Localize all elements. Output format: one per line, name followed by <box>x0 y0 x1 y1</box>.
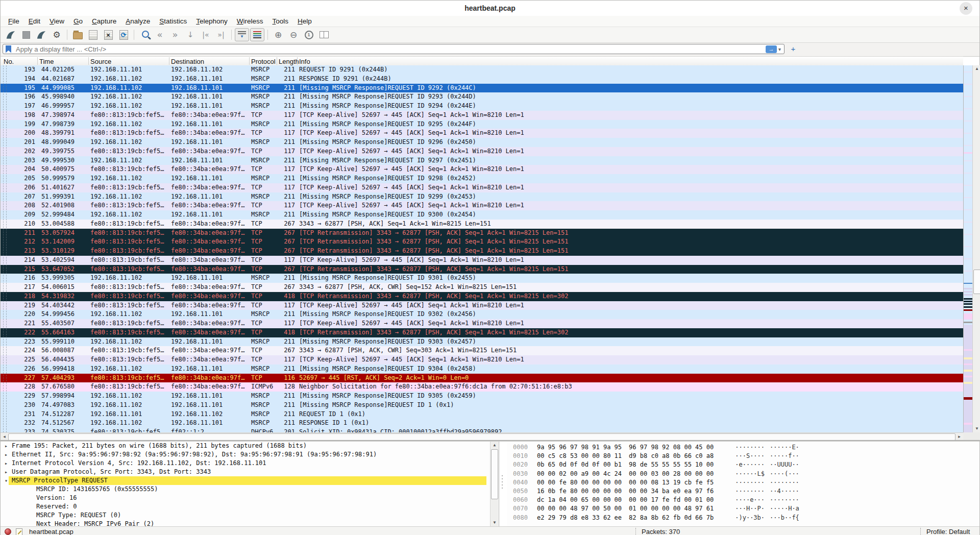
column-separator[interactable] <box>249 57 250 65</box>
column-header-length[interactable]: Length <box>279 58 299 65</box>
packet-row[interactable]: 21253.142009fe80::813:19cb:fef5…fe80::34… <box>1 237 963 247</box>
packet-row[interactable]: 21453.402594fe80::813:19cb:fef5…fe80::34… <box>1 256 963 265</box>
scroll-up-icon[interactable]: ▲ <box>973 65 980 72</box>
detail-line[interactable]: ▾MSRCP ProtocolType REQUEST <box>1 476 499 485</box>
display-filter-field[interactable]: → ▾ <box>3 44 785 54</box>
menu-tools[interactable]: Tools <box>268 16 293 26</box>
horizontal-scroll-thumb[interactable] <box>8 433 955 441</box>
restart-capture-button[interactable] <box>34 28 48 41</box>
column-separator[interactable] <box>169 57 169 65</box>
menu-capture[interactable]: Capture <box>87 16 121 26</box>
packet-row[interactable]: 22255.664163fe80::813:19cb:fef5…fe80::34… <box>1 328 963 337</box>
scroll-up-icon[interactable]: ▲ <box>491 442 499 449</box>
menu-analyze[interactable]: Analyze <box>121 16 155 26</box>
packet-row[interactable]: 23174.512287192.168.11.101192.168.11.102… <box>1 410 963 419</box>
detail-line[interactable]: Reserved: 0 <box>1 502 499 511</box>
scroll-down-icon[interactable]: ▼ <box>973 425 980 432</box>
details-scroll-thumb[interactable] <box>491 449 498 499</box>
hex-line[interactable]: 0080e2 29 79 d8 e8 33 62 ee82 8a 8b 62 f… <box>507 514 979 522</box>
packet-row[interactable]: 20952.999484192.168.11.102192.168.11.101… <box>1 210 963 220</box>
last-packet-button[interactable]: »| <box>214 28 228 41</box>
column-separator[interactable] <box>297 57 298 65</box>
filter-dropdown-caret-icon[interactable]: ▾ <box>778 46 781 52</box>
menu-go[interactable]: Go <box>69 16 87 26</box>
column-separator[interactable] <box>37 57 38 65</box>
collapsed-caret-icon[interactable]: ▸ <box>5 450 8 459</box>
packet-row[interactable]: 20751.999391192.168.11.102192.168.11.101… <box>1 192 963 202</box>
vertical-scroll-thumb[interactable] <box>973 270 980 294</box>
detail-line[interactable]: Next Header: MSRCP IPv6 Pair (2) <box>1 520 499 526</box>
apply-filter-button[interactable]: → <box>766 45 777 53</box>
collapsed-caret-icon[interactable]: ▸ <box>5 442 8 450</box>
capture-comment-icon[interactable] <box>16 528 22 535</box>
column-header-time[interactable]: Time <box>39 58 54 65</box>
packet-row[interactable]: 21553.647052fe80::813:19cb:fef5…fe80::34… <box>1 265 963 274</box>
expert-info-icon[interactable] <box>5 528 11 535</box>
detail-line[interactable]: ▸Internet Protocol Version 4, Src: 192.1… <box>1 459 499 468</box>
go-to-packet-button[interactable]: ↓ <box>183 28 198 41</box>
packet-row[interactable]: 20852.401908fe80::813:19cb:fef5…fe80::34… <box>1 201 963 210</box>
packet-row[interactable]: 19847.398974fe80::813:19cb:fef5…fe80::34… <box>1 111 963 120</box>
detail-line[interactable]: Version: 16 <box>1 494 499 502</box>
hex-line[interactable]: 007000 00 00 48 97 00 50 0001 00 00 00 0… <box>507 504 979 513</box>
detail-line[interactable]: MSRCP Type: REQUEST (0) <box>1 511 499 520</box>
packet-list-vertical-scrollbar[interactable]: ▲ ▼ <box>972 65 980 432</box>
menu-edit[interactable]: Edit <box>24 16 45 26</box>
display-filter-input[interactable] <box>15 45 766 54</box>
pane-splitter-handle[interactable] <box>501 475 503 496</box>
colorize-button[interactable] <box>250 28 264 41</box>
details-vertical-scrollbar[interactable]: ▲ ▼ <box>490 442 498 526</box>
column-separator[interactable] <box>277 57 277 65</box>
hex-line[interactable]: 0060dc 1a 04 00 65 00 00 0000 00 17 fe f… <box>507 496 979 504</box>
packet-row[interactable]: 19947.998739192.168.11.102192.168.11.101… <box>1 120 963 129</box>
menu-file[interactable]: File <box>4 16 24 26</box>
scroll-left-icon[interactable]: ◂ <box>1 433 8 440</box>
column-header-no[interactable]: No. <box>4 58 14 65</box>
reload-file-button[interactable]: ⟳ <box>116 28 131 41</box>
packet-row[interactable]: 21353.310129fe80::813:19cb:fef5…fe80::34… <box>1 247 963 256</box>
save-file-button[interactable] <box>86 28 100 41</box>
add-filter-button-plus[interactable]: + <box>789 44 798 54</box>
menu-view[interactable]: View <box>45 16 69 26</box>
column-header-destination[interactable]: Destination <box>171 58 204 65</box>
statusbar-profile[interactable]: Profile: Default <box>926 528 970 535</box>
column-header-protocol[interactable]: Protocol <box>251 58 276 65</box>
packet-row[interactable]: 21053.004588fe80::813:19cb:fef5…fe80::34… <box>1 220 963 229</box>
packet-row[interactable]: 20550.999579192.168.11.102192.168.11.101… <box>1 174 963 183</box>
column-header-info[interactable]: Info <box>299 58 310 65</box>
expanded-caret-icon[interactable]: ▾ <box>5 476 8 485</box>
menu-statistics[interactable]: Statistics <box>155 16 191 26</box>
go-forward-button[interactable]: » <box>168 28 182 41</box>
hex-line[interactable]: 004000 00 fe 80 00 00 00 0000 00 08 13 1… <box>507 478 979 487</box>
packet-row[interactable]: 22556.404435fe80::813:19cb:fef5…fe80::34… <box>1 355 963 364</box>
packet-row[interactable]: 22957.998994192.168.11.102192.168.11.101… <box>1 392 963 401</box>
packet-row[interactable]: 21153.057924fe80::813:19cb:fef5…fe80::34… <box>1 229 963 238</box>
intelligent-scrollbar-minimap[interactable] <box>963 65 973 432</box>
auto-scroll-button[interactable]: ▼ <box>235 28 249 41</box>
packet-row[interactable]: 22857.676580fe80::813:19cb:fef5…fe80::34… <box>1 382 963 392</box>
packet-row[interactable]: 20249.399755fe80::813:19cb:fef5…fe80::34… <box>1 147 963 156</box>
packet-row[interactable]: 21754.006015fe80::813:19cb:fef5…fe80::34… <box>1 283 963 292</box>
zoom-in-button[interactable]: ⊕ <box>271 28 285 41</box>
detail-line[interactable]: ▸Ethernet II, Src: 9a:95:96:97:98:92 (9a… <box>1 450 499 459</box>
collapsed-caret-icon[interactable]: ▸ <box>5 468 8 476</box>
packet-row[interactable]: 20450.400975fe80::813:19cb:fef5…fe80::34… <box>1 165 963 174</box>
packet-row[interactable]: 22355.999110192.168.11.102192.168.11.101… <box>1 337 963 347</box>
collapsed-caret-icon[interactable]: ▸ <box>5 459 8 468</box>
packet-row[interactable]: 19544.999085192.168.11.102192.168.11.101… <box>1 84 963 93</box>
menu-wireless[interactable]: Wireless <box>232 16 268 26</box>
hex-line[interactable]: 00200b 65 0d 0f 0d 0f 00 b198 de 55 55 5… <box>507 460 979 469</box>
packet-row[interactable]: 23274.512567192.168.11.102192.168.11.101… <box>1 419 963 428</box>
menu-help[interactable]: Help <box>293 16 316 26</box>
filter-bookmark-icon[interactable] <box>6 45 11 53</box>
resize-columns-button[interactable] <box>317 28 331 41</box>
detail-line[interactable]: ▸User Datagram Protocol, Src Port: 3343,… <box>1 468 499 476</box>
packet-row[interactable]: 20349.999530192.168.11.102192.168.11.101… <box>1 156 963 165</box>
packet-row[interactable]: 22456.008087fe80::813:19cb:fef5…fe80::34… <box>1 346 963 355</box>
hex-line[interactable]: 001000 c5 c8 53 00 00 80 11d9 b8 c0 a8 0… <box>507 452 979 460</box>
packet-row[interactable]: 19444.021687192.168.11.102192.168.11.101… <box>1 75 963 84</box>
packet-row[interactable]: 22656.999418192.168.11.102192.168.11.101… <box>1 364 963 374</box>
packet-row[interactable]: 22054.999456192.168.11.102192.168.11.101… <box>1 310 963 319</box>
packet-row[interactable]: 20148.999049192.168.11.102192.168.11.101… <box>1 138 963 147</box>
first-packet-button[interactable]: |« <box>199 28 213 41</box>
